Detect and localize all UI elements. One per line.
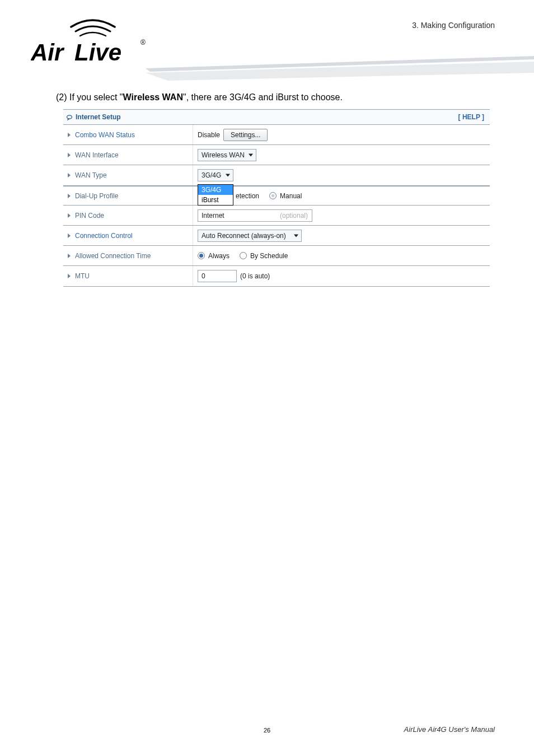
wan-type-dropdown: 3G/4G iBurst bbox=[198, 184, 233, 206]
row-allowed-connection-time: Allowed Connection Time Always By Schedu… bbox=[63, 246, 490, 266]
select-value: 3G/4G bbox=[202, 171, 221, 179]
dialup-manual-label: Manual bbox=[280, 192, 302, 200]
chevron-right-icon bbox=[68, 213, 71, 218]
panel-title-text: Internet Setup bbox=[76, 113, 121, 121]
intro-bold: Wireless WAN bbox=[123, 92, 183, 102]
help-link[interactable]: [ HELP ] bbox=[458, 113, 484, 121]
chapter-heading: 3. Making Configuration bbox=[412, 21, 495, 30]
value-wan-interface: Wireless WAN bbox=[193, 145, 490, 165]
chevron-right-icon bbox=[68, 133, 71, 137]
footer-manual-title: AirLive Air4G User's Manual bbox=[404, 725, 495, 734]
label-text: Connection Control bbox=[75, 232, 133, 240]
airlive-logo-icon: Air Live ® bbox=[31, 17, 148, 67]
label-text: Combo WAN Status bbox=[75, 131, 135, 139]
label-text: Dial-Up Profile bbox=[75, 192, 118, 200]
label-connection-control[interactable]: Connection Control bbox=[63, 226, 193, 245]
by-schedule-radio[interactable] bbox=[240, 252, 247, 259]
row-wan-type: WAN Type 3G/4G 3G/4G iBurst bbox=[63, 165, 490, 185]
svg-text:®: ® bbox=[140, 39, 146, 46]
label-text: PIN Code bbox=[75, 212, 104, 220]
svg-text:Air: Air bbox=[31, 39, 65, 66]
chevron-right-icon bbox=[68, 153, 71, 157]
row-combo-wan-status: Combo WAN Status Disable Settings... bbox=[63, 125, 490, 145]
row-dial-up-profile: Dial-Up Profile etection Manual bbox=[63, 185, 490, 206]
label-text: MTU bbox=[75, 272, 90, 280]
caret-down-icon bbox=[249, 153, 253, 156]
value-wan-type: 3G/4G 3G/4G iBurst bbox=[193, 165, 490, 185]
chevron-right-icon bbox=[68, 254, 71, 258]
label-text: Allowed Connection Time bbox=[75, 252, 151, 260]
dialup-manual-radio[interactable] bbox=[269, 192, 277, 199]
mtu-input[interactable] bbox=[198, 270, 237, 282]
label-wan-type: WAN Type bbox=[63, 165, 193, 185]
label-combo-wan-status[interactable]: Combo WAN Status bbox=[63, 125, 193, 144]
row-connection-control: Connection Control Auto Reconnect (alway… bbox=[63, 226, 490, 246]
caret-down-icon bbox=[294, 234, 298, 237]
by-schedule-label: By Schedule bbox=[250, 252, 288, 260]
label-allowed-connection-time: Allowed Connection Time bbox=[63, 246, 193, 265]
value-mtu: (0 is auto) bbox=[193, 266, 490, 286]
wan-type-option-3g4g[interactable]: 3G/4G bbox=[198, 185, 233, 195]
label-text: WAN Type bbox=[75, 171, 107, 179]
internet-setup-panel: Internet Setup [ HELP ] Combo WAN Status… bbox=[63, 109, 490, 287]
value-dial-up-profile: etection Manual bbox=[193, 186, 490, 205]
chevron-right-icon bbox=[68, 234, 71, 238]
mtu-note: (0 is auto) bbox=[240, 272, 270, 280]
settings-button[interactable]: Settings... bbox=[223, 129, 268, 141]
intro-prefix: (2) If you select " bbox=[56, 92, 123, 102]
intro-suffix: ", there are 3G/4G and iBurst to choose. bbox=[183, 92, 343, 102]
brand-logo: Air Live ® bbox=[31, 17, 148, 67]
caret-down-icon bbox=[226, 174, 230, 177]
chevron-right-icon bbox=[68, 173, 71, 178]
label-dial-up-profile: Dial-Up Profile bbox=[63, 186, 193, 205]
always-label: Always bbox=[208, 252, 229, 260]
combo-status-text: Disable bbox=[198, 131, 220, 139]
svg-text:Live: Live bbox=[74, 39, 121, 66]
wan-interface-select[interactable]: Wireless WAN bbox=[198, 149, 256, 161]
svg-point-5 bbox=[67, 115, 72, 119]
panel-title: Internet Setup bbox=[67, 113, 121, 121]
row-pin-code: PIN Code (optional) bbox=[63, 206, 490, 226]
panel-header: Internet Setup [ HELP ] bbox=[63, 110, 490, 125]
chevron-right-icon bbox=[68, 194, 71, 198]
page-number: 26 bbox=[264, 727, 270, 734]
intro-text: (2) If you select "Wireless WAN", there … bbox=[56, 92, 343, 102]
value-allowed-connection-time: Always By Schedule bbox=[193, 246, 490, 265]
value-connection-control: Auto Reconnect (always-on) bbox=[193, 226, 490, 245]
label-mtu: MTU bbox=[63, 266, 193, 286]
wan-type-select[interactable]: 3G/4G bbox=[198, 169, 233, 181]
pin-input-wrap: (optional) bbox=[198, 209, 312, 222]
dialup-frag-a: etection bbox=[236, 192, 259, 200]
row-mtu: MTU (0 is auto) bbox=[63, 266, 490, 286]
bubble-icon bbox=[67, 114, 72, 120]
connection-control-select[interactable]: Auto Reconnect (always-on) bbox=[198, 230, 302, 242]
value-combo-wan-status: Disable Settings... bbox=[193, 125, 490, 144]
always-radio[interactable] bbox=[198, 252, 205, 259]
chevron-right-icon bbox=[68, 274, 71, 278]
header-divider bbox=[146, 56, 534, 84]
value-pin-code: (optional) bbox=[193, 206, 490, 225]
select-value: Auto Reconnect (always-on) bbox=[202, 232, 286, 240]
wan-type-option-iburst[interactable]: iBurst bbox=[198, 195, 233, 205]
label-pin-code: PIN Code bbox=[63, 206, 193, 225]
label-text: WAN Interface bbox=[75, 151, 119, 159]
pin-code-input[interactable] bbox=[198, 209, 312, 222]
label-wan-interface: WAN Interface bbox=[63, 145, 193, 165]
select-value: Wireless WAN bbox=[202, 151, 245, 159]
row-wan-interface: WAN Interface Wireless WAN bbox=[63, 145, 490, 165]
